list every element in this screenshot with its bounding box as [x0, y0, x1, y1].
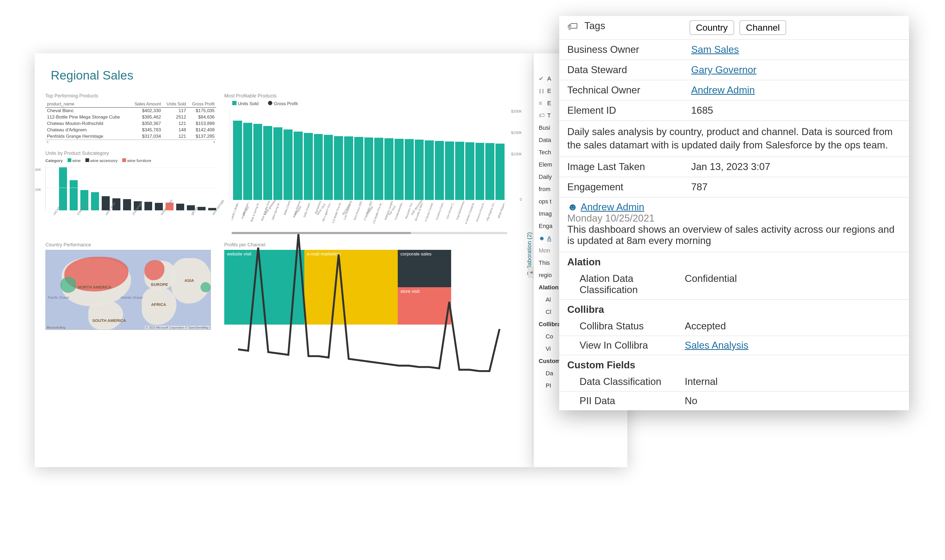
element-id-value: 1685 — [691, 105, 713, 116]
tag-icon: 🏷 — [567, 20, 578, 32]
alation-classification-value: Confidential — [685, 273, 737, 295]
collapse-handle[interactable]: ◄ — [528, 267, 534, 278]
table-row[interactable]: Chateau d'Arlignem$345,783148$142,408 — [45, 127, 216, 133]
bar[interactable] — [123, 199, 131, 210]
col-header[interactable]: Units Sold — [163, 101, 188, 108]
top-products-tile[interactable]: Top Performing Products product_name Sal… — [45, 93, 216, 144]
legend-item: Units Sold — [232, 101, 259, 106]
y-label: 40K — [35, 168, 41, 172]
user-icon: ☻ — [567, 201, 578, 212]
world-map[interactable]: NORTH AMERICA SOUTH AMERICA EUROPE AFRIC… — [45, 250, 211, 330]
business-owner-link[interactable]: Sam Sales — [691, 44, 739, 55]
y-label: $100K — [511, 152, 522, 156]
map-label: Atlantic Ocean — [120, 295, 143, 300]
image-last-taken-row: Image Last Taken Jan 13, 2023 3:07 — [559, 157, 909, 177]
tag-icon: 🏷 — [539, 112, 546, 119]
legend: Category wine wine accessory wine furnit… — [45, 158, 216, 163]
field-label: Element ID — [567, 105, 685, 116]
data-steward-row: Data Steward Gary Governor — [559, 60, 909, 80]
field-label: Image Last Taken — [567, 161, 685, 172]
engagement-value: 787 — [691, 182, 708, 193]
scroll-hint[interactable]: <> — [45, 140, 216, 144]
x-axis: Amabile 1-Bottle…Angelo Rosso…Bols & Spr… — [232, 201, 507, 230]
tags-row: 🏷 Tags Country Channel — [559, 16, 909, 40]
business-owner-row: Business Owner Sam Sales — [559, 40, 909, 60]
dashboard-body: Top Performing Products product_name Sal… — [35, 93, 534, 330]
table-row[interactable]: 112-Bottle Pine Mega Storage Cube$385,46… — [45, 114, 216, 120]
y-label: $150K — [511, 131, 522, 135]
y-label: 20K — [35, 188, 41, 192]
field-label: Data Steward — [567, 64, 685, 75]
map-attribution: © 2023 Microsoft Corporation © OpenStree… — [145, 326, 209, 329]
view-in-collibra-link[interactable]: Sales Analysis — [685, 340, 748, 351]
map-tile[interactable]: Country Performance NORTH AMERICA SOUTH … — [45, 242, 216, 330]
section-header-collibra: Collibra — [559, 300, 909, 317]
map-label: AFRICA — [151, 302, 166, 307]
comment-author-link[interactable]: Andrew Admin — [580, 202, 645, 212]
legend-item: Gross Profit — [268, 101, 298, 106]
element-id-row: Element ID 1685 — [559, 101, 909, 121]
bar[interactable] — [155, 203, 163, 210]
map-label: NORTH AMERICA — [78, 285, 112, 289]
field-label: View In Collibra — [580, 340, 685, 351]
comment-date: Monday 10/25/2021 — [567, 213, 901, 224]
field-label: Technical Owner — [567, 85, 685, 96]
description: Daily sales analysis by country, product… — [559, 121, 909, 157]
metadata-popup: 🏷 Tags Country Channel Business Owner Sa… — [559, 16, 909, 410]
section-header-alation: Alation — [559, 252, 909, 269]
profitable-tile[interactable]: Most Profitable Products Units Sold Gros… — [224, 93, 523, 234]
tile-title: Units by Product Subcategory — [45, 151, 216, 156]
top-products-table: product_name Sales Amount Units Sold Gro… — [45, 101, 216, 140]
map-brand: Microsoft Bing — [47, 326, 65, 329]
map-label: Pacific Ocean — [48, 295, 69, 300]
map-label: ASIA — [185, 278, 194, 283]
technical-owner-link[interactable]: Andrew Admin — [691, 85, 755, 96]
tag-chip[interactable]: Country — [690, 20, 734, 35]
map-label: EUROPE — [151, 282, 168, 287]
collibra-status-row: Collibra Status Accepted — [559, 317, 909, 336]
left-column: Top Performing Products product_name Sal… — [45, 93, 216, 234]
table-row[interactable]: Chateau Mouton-Rothschild$350,367121$153… — [45, 120, 216, 127]
field-label: Collibra Status — [580, 321, 685, 332]
section-header-custom: Custom Fields — [559, 355, 909, 372]
comment-body: This dashboard shows an overview of sale… — [567, 224, 901, 246]
bar[interactable] — [70, 180, 78, 210]
col-header[interactable]: Sales Amount — [130, 101, 163, 108]
bar[interactable] — [59, 167, 67, 210]
subcategory-chart: 40K 20K — [45, 165, 216, 210]
collibra-status-value: Accepted — [685, 321, 726, 332]
dashboard-title: Regional Sales — [35, 53, 534, 93]
check-icon: ✔ — [539, 75, 546, 82]
profitable-chart: $200K $150K $100K 0 — [229, 109, 507, 200]
map-label: SOUTH AMERICA — [92, 318, 126, 323]
list-icon: ≡ — [539, 100, 546, 107]
table-row[interactable]: Penfolds Grange Hermitage$317,034121$137… — [45, 133, 216, 140]
pii-value: No — [685, 395, 697, 406]
view-in-collibra-row: View In Collibra Sales Analysis — [559, 336, 909, 355]
field-label: PII Data — [580, 395, 685, 406]
table-row[interactable]: Cheval Blanc$402,330117$175,035 — [45, 108, 216, 114]
field-label: Alation Data Classification — [580, 273, 685, 295]
image-last-taken-value: Jan 13, 2023 3:07 — [691, 161, 770, 172]
data-classification-row: Data Classification Internal — [559, 372, 909, 392]
tag-chip[interactable]: Channel — [739, 20, 786, 35]
y-label: $200K — [511, 109, 522, 114]
col-header[interactable]: product_name — [45, 101, 130, 108]
x-axis: red winechardonnaywhite winechampagnebot… — [59, 210, 216, 226]
profit-line — [233, 112, 505, 383]
user-icon: ☻ — [539, 235, 546, 242]
tile-title: Top Performing Products — [45, 93, 216, 99]
subcategory-tile[interactable]: Units by Product Subcategory Category wi… — [45, 151, 216, 226]
legend-item: wine furniture — [122, 158, 151, 163]
pii-row: PII Data No — [559, 392, 909, 410]
data-steward-link[interactable]: Gary Governor — [691, 64, 757, 75]
chart-scrollbar[interactable] — [232, 232, 507, 234]
tile-title: Most Profitable Products — [224, 93, 523, 99]
field-label: Engagement — [567, 182, 685, 193]
comment-block: ☻Andrew Admin Monday 10/25/2021 This das… — [559, 197, 909, 252]
dashboard-window: Regional Sales Top Performing Products p… — [35, 53, 534, 467]
col-header[interactable]: Gross Profit — [188, 101, 216, 108]
alation-classification-row: Alation Data Classification Confidential — [559, 269, 909, 300]
tile-title: Country Performance — [45, 242, 216, 248]
legend-label: Category — [45, 158, 63, 163]
